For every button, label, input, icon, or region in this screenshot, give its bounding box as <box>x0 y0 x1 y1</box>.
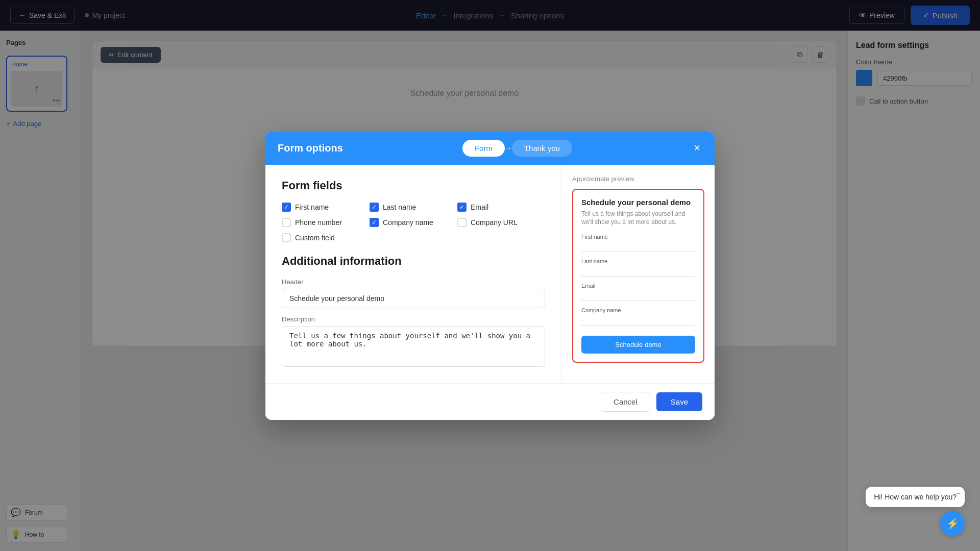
modal-header: Form options Form → Thank you × <box>265 132 715 165</box>
preview-field-last-name: Last name <box>581 258 695 277</box>
chat-messenger-icon: ⚡ <box>946 517 959 530</box>
field-label-custom-field: Custom field <box>295 234 335 242</box>
modal-body: Form fields ✓ First name ✓ Last name ✓ E… <box>265 165 715 383</box>
chat-open-button[interactable]: ⚡ <box>940 511 965 536</box>
field-label-first-name: First name <box>295 203 329 211</box>
checkbox-company-name[interactable]: ✓ <box>370 218 379 227</box>
chat-message-bubble: Hi! How can we help you? − <box>866 487 965 507</box>
field-label-company-url: Company URL <box>471 218 518 227</box>
description-textarea[interactable]: Tell us a few things about yourself and … <box>282 326 545 367</box>
field-custom-field: Custom field <box>282 233 370 242</box>
modal-form-section: Form fields ✓ First name ✓ Last name ✓ E… <box>265 165 561 383</box>
modal-tabs: Form → Thank you <box>462 140 572 157</box>
tab-thank-you[interactable]: Thank you <box>512 140 572 157</box>
modal-close-button[interactable]: × <box>692 140 702 156</box>
description-input-label: Description <box>282 315 545 323</box>
preview-schedule-btn[interactable]: Schedule demo <box>581 336 695 354</box>
tab-arrow-icon: → <box>505 144 512 152</box>
field-label-last-name: Last name <box>383 203 416 211</box>
form-fields-title: Form fields <box>282 179 545 192</box>
preview-first-name-input <box>581 242 695 252</box>
chat-widget: Hi! How can we help you? − ⚡ <box>866 487 965 536</box>
modal-overlay: Form options Form → Thank you × Form fie… <box>0 0 980 551</box>
preview-last-name-label: Last name <box>581 258 695 264</box>
preview-label: Approximate preview <box>572 175 704 183</box>
form-options-modal: Form options Form → Thank you × Form fie… <box>265 132 715 420</box>
checkbox-first-name[interactable]: ✓ <box>282 203 291 212</box>
additional-info-title: Additional information <box>282 255 545 268</box>
modal-title: Form options <box>278 142 343 154</box>
preview-field-company-name: Company name <box>581 307 695 325</box>
modal-footer: Cancel Save <box>265 383 715 420</box>
field-first-name: ✓ First name <box>282 203 370 212</box>
preview-email-label: Email <box>581 283 695 289</box>
preview-company-name-input <box>581 315 695 325</box>
field-label-phone-number: Phone number <box>295 218 342 227</box>
chat-message-text: Hi! How can we help you? <box>874 493 957 501</box>
preview-field-first-name: First name <box>581 234 695 252</box>
modal-preview-section: Approximate preview Schedule your person… <box>561 165 715 383</box>
chat-close-button[interactable]: − <box>956 490 961 498</box>
checkbox-custom-field[interactable] <box>282 233 291 242</box>
field-email: ✓ Email <box>457 203 545 212</box>
additional-info-section: Additional information Header Descriptio… <box>282 255 545 369</box>
checkbox-company-url[interactable] <box>457 218 467 227</box>
preview-title: Schedule your personal demo <box>581 198 695 207</box>
field-company-url: Company URL <box>457 218 545 227</box>
preview-last-name-input <box>581 266 695 277</box>
checkbox-phone-number[interactable] <box>282 218 291 227</box>
field-last-name: ✓ Last name <box>370 203 457 212</box>
preview-field-email: Email <box>581 283 695 301</box>
field-company-name: ✓ Company name <box>370 218 457 227</box>
header-input-label: Header <box>282 278 545 286</box>
preview-card: Schedule your personal demo Tell us a fe… <box>572 189 704 363</box>
form-fields-grid: ✓ First name ✓ Last name ✓ Email Phone <box>282 203 545 242</box>
tab-form[interactable]: Form <box>462 140 505 157</box>
header-input[interactable] <box>282 289 545 308</box>
save-button[interactable]: Save <box>656 392 702 411</box>
field-phone-number: Phone number <box>282 218 370 227</box>
checkbox-last-name[interactable]: ✓ <box>370 203 379 212</box>
field-label-company-name: Company name <box>383 218 433 227</box>
checkbox-email[interactable]: ✓ <box>457 203 467 212</box>
cancel-button[interactable]: Cancel <box>601 392 650 412</box>
field-label-email: Email <box>471 203 488 211</box>
preview-company-name-label: Company name <box>581 307 695 313</box>
preview-subtitle: Tell us a few things about yourself and … <box>581 210 695 227</box>
preview-email-input <box>581 291 695 301</box>
preview-first-name-label: First name <box>581 234 695 240</box>
